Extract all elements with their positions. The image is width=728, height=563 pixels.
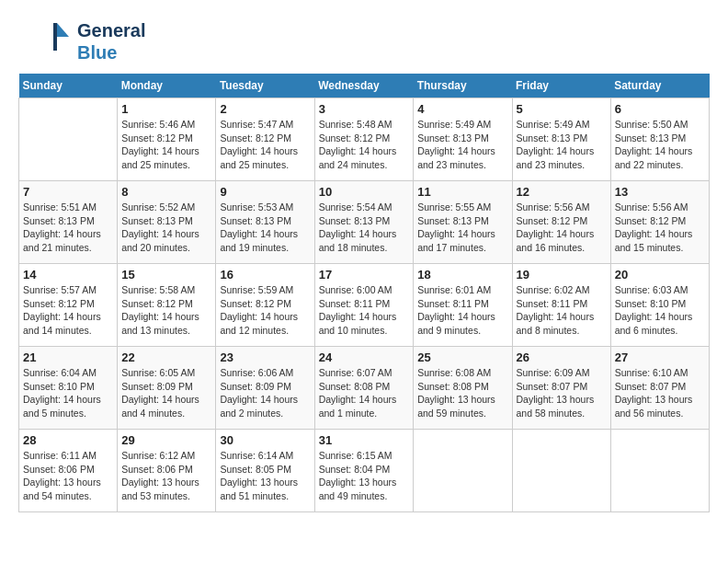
week-row-1: 1Sunrise: 5:46 AM Sunset: 8:12 PM Daylig… bbox=[19, 98, 710, 181]
svg-rect-1 bbox=[53, 23, 57, 51]
day-number: 31 bbox=[319, 433, 410, 447]
logo-general: General bbox=[77, 20, 145, 40]
day-cell-15: 15Sunrise: 5:58 AM Sunset: 8:12 PM Dayli… bbox=[118, 264, 216, 347]
day-number: 6 bbox=[615, 102, 705, 116]
day-cell-10: 10Sunrise: 5:54 AM Sunset: 8:13 PM Dayli… bbox=[314, 181, 414, 264]
day-cell-19: 19Sunrise: 6:02 AM Sunset: 8:11 PM Dayli… bbox=[512, 264, 610, 347]
week-row-3: 14Sunrise: 5:57 AM Sunset: 8:12 PM Dayli… bbox=[19, 264, 710, 347]
day-info: Sunrise: 5:49 AM Sunset: 8:13 PM Dayligh… bbox=[517, 118, 607, 172]
day-info: Sunrise: 5:46 AM Sunset: 8:12 PM Dayligh… bbox=[121, 118, 211, 172]
day-cell-12: 12Sunrise: 5:56 AM Sunset: 8:12 PM Dayli… bbox=[512, 181, 610, 264]
day-cell-24: 24Sunrise: 6:07 AM Sunset: 8:08 PM Dayli… bbox=[314, 347, 414, 430]
logo-text: GeneralBlue bbox=[77, 19, 145, 63]
day-number: 8 bbox=[121, 185, 211, 199]
day-number: 5 bbox=[517, 102, 607, 116]
day-info: Sunrise: 5:56 AM Sunset: 8:12 PM Dayligh… bbox=[615, 201, 705, 255]
day-info: Sunrise: 6:03 AM Sunset: 8:10 PM Dayligh… bbox=[615, 283, 705, 338]
day-info: Sunrise: 6:02 AM Sunset: 8:11 PM Dayligh… bbox=[517, 283, 607, 338]
page-header: GeneralBlue bbox=[18, 18, 710, 64]
day-info: Sunrise: 5:56 AM Sunset: 8:12 PM Dayligh… bbox=[517, 201, 607, 255]
day-number: 21 bbox=[23, 350, 113, 364]
day-cell-8: 8Sunrise: 5:52 AM Sunset: 8:13 PM Daylig… bbox=[118, 181, 216, 264]
day-info: Sunrise: 5:55 AM Sunset: 8:13 PM Dayligh… bbox=[417, 201, 507, 255]
day-cell-31: 31Sunrise: 6:15 AM Sunset: 8:04 PM Dayli… bbox=[314, 430, 414, 512]
empty-cell bbox=[414, 430, 512, 512]
logo-icon bbox=[18, 18, 74, 64]
day-cell-17: 17Sunrise: 6:00 AM Sunset: 8:11 PM Dayli… bbox=[314, 264, 414, 347]
day-info: Sunrise: 5:57 AM Sunset: 8:12 PM Dayligh… bbox=[23, 283, 113, 338]
day-info: Sunrise: 6:05 AM Sunset: 8:09 PM Dayligh… bbox=[121, 366, 211, 420]
day-number: 16 bbox=[220, 268, 310, 282]
day-number: 28 bbox=[23, 433, 113, 447]
day-cell-3: 3Sunrise: 5:48 AM Sunset: 8:12 PM Daylig… bbox=[314, 98, 414, 181]
calendar-table: SundayMondayTuesdayWednesdayThursdayFrid… bbox=[18, 74, 710, 512]
day-info: Sunrise: 6:07 AM Sunset: 8:08 PM Dayligh… bbox=[319, 366, 410, 420]
day-number: 27 bbox=[615, 350, 705, 364]
day-number: 2 bbox=[220, 102, 310, 116]
day-number: 30 bbox=[220, 433, 310, 447]
day-cell-14: 14Sunrise: 5:57 AM Sunset: 8:12 PM Dayli… bbox=[19, 264, 118, 347]
day-cell-5: 5Sunrise: 5:49 AM Sunset: 8:13 PM Daylig… bbox=[512, 98, 610, 181]
day-cell-23: 23Sunrise: 6:06 AM Sunset: 8:09 PM Dayli… bbox=[216, 347, 314, 430]
day-info: Sunrise: 6:00 AM Sunset: 8:11 PM Dayligh… bbox=[319, 283, 410, 338]
day-cell-11: 11Sunrise: 5:55 AM Sunset: 8:13 PM Dayli… bbox=[414, 181, 512, 264]
day-cell-26: 26Sunrise: 6:09 AM Sunset: 8:07 PM Dayli… bbox=[512, 347, 610, 430]
day-info: Sunrise: 5:54 AM Sunset: 8:13 PM Dayligh… bbox=[319, 201, 410, 255]
day-cell-30: 30Sunrise: 6:14 AM Sunset: 8:05 PM Dayli… bbox=[216, 430, 314, 512]
weekday-header-row: SundayMondayTuesdayWednesdayThursdayFrid… bbox=[19, 74, 710, 98]
day-cell-6: 6Sunrise: 5:50 AM Sunset: 8:13 PM Daylig… bbox=[610, 98, 709, 181]
day-number: 4 bbox=[417, 102, 507, 116]
weekday-header-wednesday: Wednesday bbox=[314, 74, 414, 98]
day-number: 7 bbox=[23, 185, 113, 199]
day-info: Sunrise: 5:50 AM Sunset: 8:13 PM Dayligh… bbox=[615, 118, 705, 172]
day-number: 10 bbox=[319, 185, 410, 199]
svg-marker-0 bbox=[57, 23, 69, 37]
day-number: 17 bbox=[319, 268, 410, 282]
day-cell-4: 4Sunrise: 5:49 AM Sunset: 8:13 PM Daylig… bbox=[414, 98, 512, 181]
day-info: Sunrise: 5:49 AM Sunset: 8:13 PM Dayligh… bbox=[417, 118, 507, 172]
day-info: Sunrise: 6:06 AM Sunset: 8:09 PM Dayligh… bbox=[220, 366, 310, 420]
day-number: 3 bbox=[319, 102, 410, 116]
week-row-2: 7Sunrise: 5:51 AM Sunset: 8:13 PM Daylig… bbox=[19, 181, 710, 264]
day-info: Sunrise: 6:11 AM Sunset: 8:06 PM Dayligh… bbox=[23, 449, 113, 503]
weekday-header-saturday: Saturday bbox=[610, 74, 709, 98]
day-number: 15 bbox=[121, 268, 211, 282]
day-info: Sunrise: 6:10 AM Sunset: 8:07 PM Dayligh… bbox=[615, 366, 705, 420]
empty-cell bbox=[19, 98, 118, 181]
day-number: 1 bbox=[121, 102, 211, 116]
day-cell-20: 20Sunrise: 6:03 AM Sunset: 8:10 PM Dayli… bbox=[610, 264, 709, 347]
day-info: Sunrise: 6:04 AM Sunset: 8:10 PM Dayligh… bbox=[23, 366, 113, 420]
day-number: 25 bbox=[417, 350, 507, 364]
day-number: 24 bbox=[319, 350, 410, 364]
day-cell-2: 2Sunrise: 5:47 AM Sunset: 8:12 PM Daylig… bbox=[216, 98, 314, 181]
weekday-header-sunday: Sunday bbox=[19, 74, 118, 98]
day-info: Sunrise: 6:12 AM Sunset: 8:06 PM Dayligh… bbox=[121, 449, 211, 503]
day-cell-27: 27Sunrise: 6:10 AM Sunset: 8:07 PM Dayli… bbox=[610, 347, 709, 430]
day-number: 13 bbox=[615, 185, 705, 199]
day-number: 11 bbox=[417, 185, 507, 199]
day-info: Sunrise: 6:14 AM Sunset: 8:05 PM Dayligh… bbox=[220, 449, 310, 503]
day-cell-16: 16Sunrise: 5:59 AM Sunset: 8:12 PM Dayli… bbox=[216, 264, 314, 347]
logo: GeneralBlue bbox=[18, 18, 145, 64]
week-row-5: 28Sunrise: 6:11 AM Sunset: 8:06 PM Dayli… bbox=[19, 430, 710, 512]
day-info: Sunrise: 6:08 AM Sunset: 8:08 PM Dayligh… bbox=[417, 366, 507, 420]
day-info: Sunrise: 6:15 AM Sunset: 8:04 PM Dayligh… bbox=[319, 449, 410, 503]
day-number: 14 bbox=[23, 268, 113, 282]
day-number: 19 bbox=[517, 268, 607, 282]
weekday-header-friday: Friday bbox=[512, 74, 610, 98]
day-number: 22 bbox=[121, 350, 211, 364]
day-cell-9: 9Sunrise: 5:53 AM Sunset: 8:13 PM Daylig… bbox=[216, 181, 314, 264]
day-number: 26 bbox=[517, 350, 607, 364]
day-info: Sunrise: 5:59 AM Sunset: 8:12 PM Dayligh… bbox=[220, 283, 310, 338]
empty-cell bbox=[610, 430, 709, 512]
day-cell-13: 13Sunrise: 5:56 AM Sunset: 8:12 PM Dayli… bbox=[610, 181, 709, 264]
day-info: Sunrise: 5:51 AM Sunset: 8:13 PM Dayligh… bbox=[23, 201, 113, 255]
day-cell-22: 22Sunrise: 6:05 AM Sunset: 8:09 PM Dayli… bbox=[118, 347, 216, 430]
week-row-4: 21Sunrise: 6:04 AM Sunset: 8:10 PM Dayli… bbox=[19, 347, 710, 430]
day-info: Sunrise: 5:47 AM Sunset: 8:12 PM Dayligh… bbox=[220, 118, 310, 172]
day-info: Sunrise: 6:01 AM Sunset: 8:11 PM Dayligh… bbox=[417, 283, 507, 338]
weekday-header-monday: Monday bbox=[118, 74, 216, 98]
weekday-header-thursday: Thursday bbox=[414, 74, 512, 98]
weekday-header-tuesday: Tuesday bbox=[216, 74, 314, 98]
day-info: Sunrise: 5:53 AM Sunset: 8:13 PM Dayligh… bbox=[220, 201, 310, 255]
